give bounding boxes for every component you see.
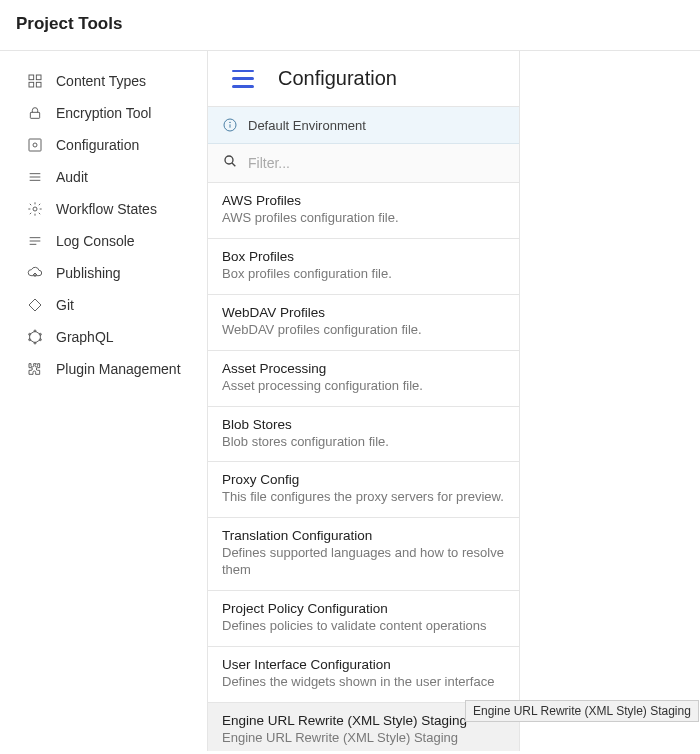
gear-icon — [26, 200, 44, 218]
info-icon — [222, 117, 238, 133]
svg-rect-2 — [29, 82, 34, 87]
cloud-icon — [26, 264, 44, 282]
sidebar-item-label: Publishing — [56, 265, 121, 281]
sidebar-item-graphql[interactable]: GraphQL — [0, 321, 207, 353]
svg-rect-1 — [36, 75, 41, 80]
puzzle-icon — [26, 360, 44, 378]
sidebar-item-workflow-states[interactable]: Workflow States — [0, 193, 207, 225]
svg-marker-14 — [30, 331, 41, 343]
graphql-icon — [26, 328, 44, 346]
sidebar-item-label: Log Console — [56, 233, 135, 249]
config-item-desc: Defines policies to validate content ope… — [222, 618, 505, 635]
sidebar-item-audit[interactable]: Audit — [0, 161, 207, 193]
svg-point-6 — [33, 143, 37, 147]
config-item-box-profiles[interactable]: Box Profiles Box profiles configuration … — [208, 239, 519, 295]
config-item-title: Asset Processing — [222, 361, 505, 376]
config-item-desc: Blob stores configuration file. — [222, 434, 505, 451]
config-item-desc: Box profiles configuration file. — [222, 266, 505, 283]
main-title: Configuration — [278, 67, 397, 90]
sidebar-item-label: Workflow States — [56, 201, 157, 217]
sidebar-item-content-types[interactable]: Content Types — [0, 65, 207, 97]
sidebar-item-publishing[interactable]: Publishing — [0, 257, 207, 289]
svg-point-10 — [33, 207, 37, 211]
svg-line-25 — [232, 163, 235, 166]
config-item-desc: Defines the widgets shown in the user in… — [222, 674, 505, 691]
hamburger-menu-button[interactable] — [232, 70, 254, 88]
sidebar-item-label: Audit — [56, 169, 88, 185]
environment-label: Default Environment — [248, 118, 366, 133]
page-title: Project Tools — [16, 14, 684, 34]
config-item-title: Blob Stores — [222, 417, 505, 432]
tooltip: Engine URL Rewrite (XML Style) Staging — [465, 700, 699, 722]
diamond-icon — [26, 296, 44, 314]
lock-icon — [26, 104, 44, 122]
search-icon — [222, 153, 238, 173]
config-item-aws-profiles[interactable]: AWS Profiles AWS profiles configuration … — [208, 183, 519, 239]
config-item-webdav-profiles[interactable]: WebDAV Profiles WebDAV profiles configur… — [208, 295, 519, 351]
config-item-desc: Defines supported languages and how to r… — [222, 545, 505, 579]
sidebar-item-label: Encryption Tool — [56, 105, 151, 121]
config-item-desc: Asset processing configuration file. — [222, 378, 505, 395]
config-item-desc: WebDAV profiles configuration file. — [222, 322, 505, 339]
config-item-desc: Engine URL Rewrite (XML Style) Staging — [222, 730, 505, 747]
config-item-proxy-config[interactable]: Proxy Config This file configures the pr… — [208, 462, 519, 518]
config-item-project-policy-configuration[interactable]: Project Policy Configuration Defines pol… — [208, 591, 519, 647]
main: Configuration Default Environment AWS Pr… — [208, 51, 700, 751]
config-panel: Configuration Default Environment AWS Pr… — [208, 51, 520, 751]
config-item-desc: AWS profiles configuration file. — [222, 210, 505, 227]
sidebar-item-label: Git — [56, 297, 74, 313]
sidebar-item-label: Plugin Management — [56, 361, 181, 377]
sidebar-item-label: GraphQL — [56, 329, 114, 345]
lines-icon — [26, 168, 44, 186]
filter-bar — [208, 144, 519, 183]
lines-right-icon — [26, 232, 44, 250]
sidebar-item-encryption-tool[interactable]: Encryption Tool — [0, 97, 207, 129]
app-header: Project Tools — [0, 0, 700, 51]
svg-point-23 — [230, 122, 231, 123]
svg-rect-4 — [30, 112, 39, 118]
svg-point-24 — [225, 156, 233, 164]
layout: Content Types Encryption Tool Configurat… — [0, 51, 700, 751]
config-item-title: Engine URL Rewrite (XML Style) Staging — [222, 713, 505, 728]
svg-rect-3 — [36, 82, 41, 87]
config-item-title: WebDAV Profiles — [222, 305, 505, 320]
svg-rect-0 — [29, 75, 34, 80]
config-item-title: User Interface Configuration — [222, 657, 505, 672]
config-list: AWS Profiles AWS profiles configuration … — [208, 183, 519, 751]
config-item-title: Translation Configuration — [222, 528, 505, 543]
config-item-title: AWS Profiles — [222, 193, 505, 208]
config-item-title: Box Profiles — [222, 249, 505, 264]
content-types-icon — [26, 72, 44, 90]
config-item-translation-configuration[interactable]: Translation Configuration Defines suppor… — [208, 518, 519, 591]
config-item-desc: This file configures the proxy servers f… — [222, 489, 505, 506]
sidebar-item-label: Content Types — [56, 73, 146, 89]
config-item-blob-stores[interactable]: Blob Stores Blob stores configuration fi… — [208, 407, 519, 463]
main-header: Configuration — [208, 51, 519, 107]
sidebar-item-label: Configuration — [56, 137, 139, 153]
sidebar-item-log-console[interactable]: Log Console — [0, 225, 207, 257]
environment-bar[interactable]: Default Environment — [208, 107, 519, 144]
config-item-title: Proxy Config — [222, 472, 505, 487]
sidebar: Content Types Encryption Tool Configurat… — [0, 51, 208, 751]
config-item-asset-processing[interactable]: Asset Processing Asset processing config… — [208, 351, 519, 407]
sidebar-item-git[interactable]: Git — [0, 289, 207, 321]
config-item-title: Project Policy Configuration — [222, 601, 505, 616]
filter-input[interactable] — [248, 155, 505, 171]
svg-rect-5 — [29, 139, 41, 151]
sidebar-item-configuration[interactable]: Configuration — [0, 129, 207, 161]
config-item-ui-configuration[interactable]: User Interface Configuration Defines the… — [208, 647, 519, 703]
sidebar-item-plugin-management[interactable]: Plugin Management — [0, 353, 207, 385]
gear-square-icon — [26, 136, 44, 154]
